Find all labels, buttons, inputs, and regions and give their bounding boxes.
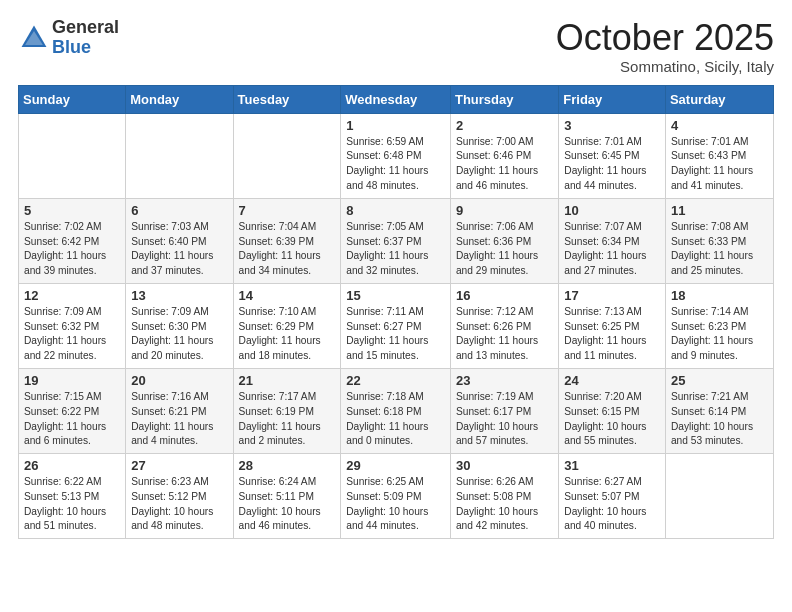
logo-general-text: General (52, 18, 119, 38)
day-info: Sunrise: 6:27 AM Sunset: 5:07 PM Dayligh… (564, 475, 660, 534)
day-number: 23 (456, 373, 553, 388)
calendar-cell: 4Sunrise: 7:01 AM Sunset: 6:43 PM Daylig… (665, 113, 773, 198)
day-info: Sunrise: 7:11 AM Sunset: 6:27 PM Dayligh… (346, 305, 445, 364)
page: General Blue October 2025 Sommatino, Sic… (0, 0, 792, 612)
calendar-cell: 21Sunrise: 7:17 AM Sunset: 6:19 PM Dayli… (233, 368, 341, 453)
calendar-cell: 1Sunrise: 6:59 AM Sunset: 6:48 PM Daylig… (341, 113, 451, 198)
calendar-cell: 29Sunrise: 6:25 AM Sunset: 5:09 PM Dayli… (341, 454, 451, 539)
title-block: October 2025 Sommatino, Sicily, Italy (556, 18, 774, 75)
day-number: 9 (456, 203, 553, 218)
day-number: 18 (671, 288, 768, 303)
calendar-cell: 27Sunrise: 6:23 AM Sunset: 5:12 PM Dayli… (126, 454, 233, 539)
day-info: Sunrise: 6:24 AM Sunset: 5:11 PM Dayligh… (239, 475, 336, 534)
day-number: 3 (564, 118, 660, 133)
calendar-cell: 16Sunrise: 7:12 AM Sunset: 6:26 PM Dayli… (450, 283, 558, 368)
day-info: Sunrise: 7:16 AM Sunset: 6:21 PM Dayligh… (131, 390, 227, 449)
header-monday: Monday (126, 85, 233, 113)
day-info: Sunrise: 7:01 AM Sunset: 6:45 PM Dayligh… (564, 135, 660, 194)
day-number: 21 (239, 373, 336, 388)
day-info: Sunrise: 7:03 AM Sunset: 6:40 PM Dayligh… (131, 220, 227, 279)
day-number: 20 (131, 373, 227, 388)
calendar-cell: 17Sunrise: 7:13 AM Sunset: 6:25 PM Dayli… (559, 283, 666, 368)
day-info: Sunrise: 7:12 AM Sunset: 6:26 PM Dayligh… (456, 305, 553, 364)
day-number: 10 (564, 203, 660, 218)
day-number: 1 (346, 118, 445, 133)
day-number: 24 (564, 373, 660, 388)
day-number: 28 (239, 458, 336, 473)
header-thursday: Thursday (450, 85, 558, 113)
day-number: 13 (131, 288, 227, 303)
header-friday: Friday (559, 85, 666, 113)
day-number: 2 (456, 118, 553, 133)
weekday-header-row: Sunday Monday Tuesday Wednesday Thursday… (19, 85, 774, 113)
header-saturday: Saturday (665, 85, 773, 113)
calendar-cell: 24Sunrise: 7:20 AM Sunset: 6:15 PM Dayli… (559, 368, 666, 453)
day-info: Sunrise: 7:09 AM Sunset: 6:32 PM Dayligh… (24, 305, 120, 364)
calendar-cell (126, 113, 233, 198)
day-number: 4 (671, 118, 768, 133)
calendar-cell: 22Sunrise: 7:18 AM Sunset: 6:18 PM Dayli… (341, 368, 451, 453)
day-info: Sunrise: 7:08 AM Sunset: 6:33 PM Dayligh… (671, 220, 768, 279)
day-number: 12 (24, 288, 120, 303)
day-info: Sunrise: 6:23 AM Sunset: 5:12 PM Dayligh… (131, 475, 227, 534)
day-info: Sunrise: 7:05 AM Sunset: 6:37 PM Dayligh… (346, 220, 445, 279)
day-number: 19 (24, 373, 120, 388)
calendar-cell: 10Sunrise: 7:07 AM Sunset: 6:34 PM Dayli… (559, 198, 666, 283)
header: General Blue October 2025 Sommatino, Sic… (18, 18, 774, 75)
calendar-cell: 26Sunrise: 6:22 AM Sunset: 5:13 PM Dayli… (19, 454, 126, 539)
header-wednesday: Wednesday (341, 85, 451, 113)
day-number: 8 (346, 203, 445, 218)
day-info: Sunrise: 7:13 AM Sunset: 6:25 PM Dayligh… (564, 305, 660, 364)
day-number: 5 (24, 203, 120, 218)
day-info: Sunrise: 7:14 AM Sunset: 6:23 PM Dayligh… (671, 305, 768, 364)
day-number: 30 (456, 458, 553, 473)
day-info: Sunrise: 7:20 AM Sunset: 6:15 PM Dayligh… (564, 390, 660, 449)
calendar-cell: 25Sunrise: 7:21 AM Sunset: 6:14 PM Dayli… (665, 368, 773, 453)
calendar-week-row: 19Sunrise: 7:15 AM Sunset: 6:22 PM Dayli… (19, 368, 774, 453)
day-number: 11 (671, 203, 768, 218)
day-info: Sunrise: 7:18 AM Sunset: 6:18 PM Dayligh… (346, 390, 445, 449)
header-sunday: Sunday (19, 85, 126, 113)
day-number: 26 (24, 458, 120, 473)
calendar-cell: 12Sunrise: 7:09 AM Sunset: 6:32 PM Dayli… (19, 283, 126, 368)
logo-text: General Blue (52, 18, 119, 58)
logo-blue-text: Blue (52, 38, 119, 58)
calendar-cell: 15Sunrise: 7:11 AM Sunset: 6:27 PM Dayli… (341, 283, 451, 368)
calendar-cell: 19Sunrise: 7:15 AM Sunset: 6:22 PM Dayli… (19, 368, 126, 453)
day-number: 14 (239, 288, 336, 303)
day-info: Sunrise: 7:19 AM Sunset: 6:17 PM Dayligh… (456, 390, 553, 449)
day-info: Sunrise: 7:02 AM Sunset: 6:42 PM Dayligh… (24, 220, 120, 279)
calendar-cell: 3Sunrise: 7:01 AM Sunset: 6:45 PM Daylig… (559, 113, 666, 198)
calendar-cell: 7Sunrise: 7:04 AM Sunset: 6:39 PM Daylig… (233, 198, 341, 283)
calendar-cell: 31Sunrise: 6:27 AM Sunset: 5:07 PM Dayli… (559, 454, 666, 539)
day-info: Sunrise: 6:25 AM Sunset: 5:09 PM Dayligh… (346, 475, 445, 534)
header-tuesday: Tuesday (233, 85, 341, 113)
calendar-cell (665, 454, 773, 539)
day-info: Sunrise: 7:06 AM Sunset: 6:36 PM Dayligh… (456, 220, 553, 279)
calendar-cell: 11Sunrise: 7:08 AM Sunset: 6:33 PM Dayli… (665, 198, 773, 283)
calendar-week-row: 5Sunrise: 7:02 AM Sunset: 6:42 PM Daylig… (19, 198, 774, 283)
day-info: Sunrise: 6:59 AM Sunset: 6:48 PM Dayligh… (346, 135, 445, 194)
day-info: Sunrise: 7:15 AM Sunset: 6:22 PM Dayligh… (24, 390, 120, 449)
day-number: 31 (564, 458, 660, 473)
day-info: Sunrise: 7:00 AM Sunset: 6:46 PM Dayligh… (456, 135, 553, 194)
calendar-week-row: 12Sunrise: 7:09 AM Sunset: 6:32 PM Dayli… (19, 283, 774, 368)
calendar-cell: 28Sunrise: 6:24 AM Sunset: 5:11 PM Dayli… (233, 454, 341, 539)
day-number: 16 (456, 288, 553, 303)
day-info: Sunrise: 7:04 AM Sunset: 6:39 PM Dayligh… (239, 220, 336, 279)
location-subtitle: Sommatino, Sicily, Italy (556, 58, 774, 75)
day-info: Sunrise: 7:17 AM Sunset: 6:19 PM Dayligh… (239, 390, 336, 449)
calendar-cell: 30Sunrise: 6:26 AM Sunset: 5:08 PM Dayli… (450, 454, 558, 539)
calendar-cell: 6Sunrise: 7:03 AM Sunset: 6:40 PM Daylig… (126, 198, 233, 283)
day-number: 17 (564, 288, 660, 303)
day-info: Sunrise: 7:01 AM Sunset: 6:43 PM Dayligh… (671, 135, 768, 194)
calendar-week-row: 26Sunrise: 6:22 AM Sunset: 5:13 PM Dayli… (19, 454, 774, 539)
calendar-cell: 14Sunrise: 7:10 AM Sunset: 6:29 PM Dayli… (233, 283, 341, 368)
logo: General Blue (18, 18, 119, 58)
day-number: 7 (239, 203, 336, 218)
calendar-cell: 5Sunrise: 7:02 AM Sunset: 6:42 PM Daylig… (19, 198, 126, 283)
calendar-cell (19, 113, 126, 198)
calendar-cell: 9Sunrise: 7:06 AM Sunset: 6:36 PM Daylig… (450, 198, 558, 283)
day-info: Sunrise: 7:21 AM Sunset: 6:14 PM Dayligh… (671, 390, 768, 449)
day-number: 27 (131, 458, 227, 473)
